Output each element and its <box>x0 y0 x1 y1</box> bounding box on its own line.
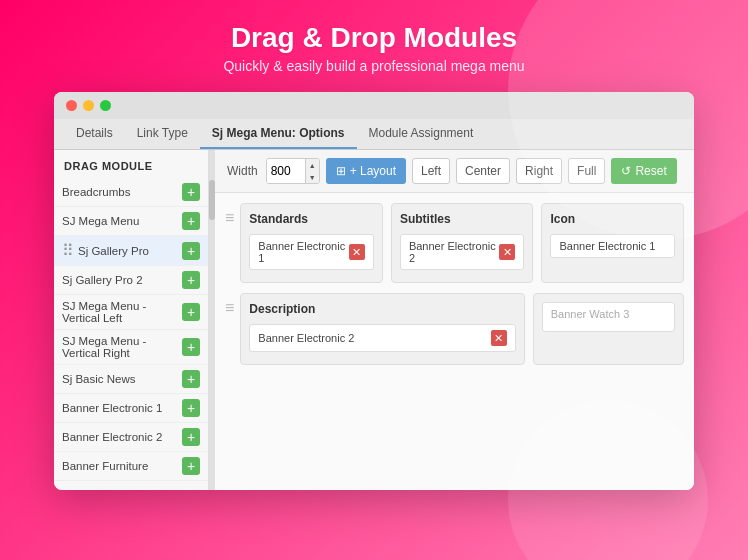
width-down-button[interactable]: ▼ <box>306 171 319 183</box>
sidebar-item-sj-mega-menu[interactable]: SJ Mega Menu + <box>54 207 208 236</box>
module-banner-electronic-2-row2: Banner Electronic 2 ✕ <box>249 324 515 352</box>
module-banner-electronic-1-row1: Banner Electronic 1 ✕ <box>249 234 374 270</box>
column-subtitles-title: Subtitles <box>400 212 525 226</box>
layout-button[interactable]: ⊞ + Layout <box>326 158 406 184</box>
column-icon-title: Icon <box>550 212 675 226</box>
full-button[interactable]: Full <box>568 158 605 184</box>
sidebar-item-label: Banner Furniture <box>62 460 182 472</box>
row-drag-handle-2[interactable]: ≡ <box>225 293 234 317</box>
sidebar-item-label: SJ Mega Menu <box>62 215 182 227</box>
tab-bar: Details Link Type Sj Mega Menu: Options … <box>54 119 694 150</box>
row-1-columns: Standards Banner Electronic 1 ✕ Subtitle… <box>240 203 684 283</box>
sidebar-item-sj-gallery-pro[interactable]: ⠿ Sj Gallery Pro + <box>54 236 208 266</box>
sidebar-item-label: SJ Mega Menu - Vertical Left <box>62 300 182 324</box>
module-banner-electronic-1-icon: Banner Electronic 1 <box>550 234 675 258</box>
column-icon: Icon Banner Electronic 1 <box>541 203 684 283</box>
tab-sj-mega-menu-options[interactable]: Sj Mega Menu: Options <box>200 119 357 149</box>
sidebar-item-breadcrumbs[interactable]: Breadcrumbs + <box>54 178 208 207</box>
reset-icon: ↺ <box>621 164 631 178</box>
column-description: Description Banner Electronic 2 ✕ <box>240 293 524 365</box>
maximize-dot[interactable] <box>100 100 111 111</box>
tab-link-type[interactable]: Link Type <box>125 119 200 149</box>
add-breadcrumbs-button[interactable]: + <box>182 183 200 201</box>
column-slot-2: Banner Watch 3 <box>533 293 684 365</box>
layout-label: + Layout <box>350 164 396 178</box>
tab-details[interactable]: Details <box>64 119 125 149</box>
width-field[interactable] <box>267 159 305 183</box>
sidebar-item-label: SJ Mega Menu - Vertical Right <box>62 335 182 359</box>
page-subtitle: Quickly & easily build a professional me… <box>0 58 748 74</box>
column-description-title: Description <box>249 302 515 316</box>
module-label: Banner Electronic 2 <box>409 240 500 264</box>
width-input-group: ▲ ▼ <box>266 158 320 184</box>
layout-row-2: ≡ Description Banner Electronic 2 ✕ Bann… <box>225 293 684 365</box>
left-button[interactable]: Left <box>412 158 450 184</box>
sidebar-scrollbar[interactable] <box>209 150 215 490</box>
titlebar <box>54 92 694 119</box>
drag-handle-icon: ⠿ <box>62 241 74 260</box>
module-banner-electronic-2-row1: Banner Electronic 2 ✕ <box>400 234 525 270</box>
window-body: DRAG MODULE Breadcrumbs + SJ Mega Menu +… <box>54 150 694 490</box>
reset-label: Reset <box>635 164 666 178</box>
sidebar-item-sj-basic-news[interactable]: Sj Basic News + <box>54 365 208 394</box>
toolbar: Width ▲ ▼ ⊞ + Layout Left Center Right F… <box>215 150 694 193</box>
width-label: Width <box>227 164 258 178</box>
sidebar-item-banner-electronic-1[interactable]: Banner Electronic 1 + <box>54 394 208 423</box>
module-label: Banner Electronic 1 <box>258 240 349 264</box>
column-standards-title: Standards <box>249 212 374 226</box>
sidebar-item-label: Sj Gallery Pro <box>78 245 182 257</box>
right-button[interactable]: Right <box>516 158 562 184</box>
row-2-columns: Description Banner Electronic 2 ✕ Banner… <box>240 293 684 365</box>
sidebar: DRAG MODULE Breadcrumbs + SJ Mega Menu +… <box>54 150 209 490</box>
column-standards: Standards Banner Electronic 1 ✕ <box>240 203 383 283</box>
page-title: Drag & Drop Modules <box>0 22 748 54</box>
layout-row-1: ≡ Standards Banner Electronic 1 ✕ Subtit… <box>225 203 684 283</box>
reset-button[interactable]: ↺ Reset <box>611 158 676 184</box>
sidebar-item-sj-mega-menu-vertical-right[interactable]: SJ Mega Menu - Vertical Right + <box>54 330 208 365</box>
sidebar-item-label: Banner Electronic 1 <box>62 402 182 414</box>
sidebar-item-label: Breadcrumbs <box>62 186 182 198</box>
add-sj-mega-menu-vertical-right-button[interactable]: + <box>182 338 200 356</box>
remove-module-button[interactable]: ✕ <box>499 244 515 260</box>
slot-banner-watch-3: Banner Watch 3 <box>542 302 675 332</box>
module-label: Banner Electronic 1 <box>559 240 655 252</box>
remove-module-button[interactable]: ✕ <box>491 330 507 346</box>
sidebar-item-banner-electronic-2[interactable]: Banner Electronic 2 + <box>54 423 208 452</box>
sidebar-item-banner-furniture[interactable]: Banner Furniture + <box>54 452 208 481</box>
close-dot[interactable] <box>66 100 77 111</box>
add-sj-mega-menu-vertical-left-button[interactable]: + <box>182 303 200 321</box>
column-subtitles: Subtitles Banner Electronic 2 ✕ <box>391 203 534 283</box>
add-banner-furniture-button[interactable]: + <box>182 457 200 475</box>
add-sj-gallery-pro-button[interactable]: + <box>182 242 200 260</box>
add-sj-gallery-pro-2-button[interactable]: + <box>182 271 200 289</box>
tab-module-assignment[interactable]: Module Assignment <box>357 119 486 149</box>
main-content: Width ▲ ▼ ⊞ + Layout Left Center Right F… <box>215 150 694 490</box>
remove-module-button[interactable]: ✕ <box>349 244 365 260</box>
sidebar-item-label: Sj Basic News <box>62 373 182 385</box>
sidebar-item-label: Banner Electronic 2 <box>62 431 182 443</box>
add-sj-mega-menu-button[interactable]: + <box>182 212 200 230</box>
width-spinners: ▲ ▼ <box>305 159 319 183</box>
add-banner-electronic-1-button[interactable]: + <box>182 399 200 417</box>
minimize-dot[interactable] <box>83 100 94 111</box>
add-banner-electronic-2-button[interactable]: + <box>182 428 200 446</box>
row-drag-handle-1[interactable]: ≡ <box>225 203 234 227</box>
sidebar-item-sj-gallery-pro-2[interactable]: Sj Gallery Pro 2 + <box>54 266 208 295</box>
app-window: Details Link Type Sj Mega Menu: Options … <box>54 92 694 490</box>
layout-area: ≡ Standards Banner Electronic 1 ✕ Subtit… <box>215 193 694 375</box>
module-label: Banner Electronic 2 <box>258 332 354 344</box>
layout-icon: ⊞ <box>336 164 346 178</box>
add-sj-basic-news-button[interactable]: + <box>182 370 200 388</box>
center-button[interactable]: Center <box>456 158 510 184</box>
sidebar-title: DRAG MODULE <box>54 150 208 178</box>
sidebar-item-sj-mega-menu-vertical-left[interactable]: SJ Mega Menu - Vertical Left + <box>54 295 208 330</box>
scrollbar-thumb <box>209 180 215 220</box>
width-up-button[interactable]: ▲ <box>306 159 319 171</box>
sidebar-item-label: Sj Gallery Pro 2 <box>62 274 182 286</box>
